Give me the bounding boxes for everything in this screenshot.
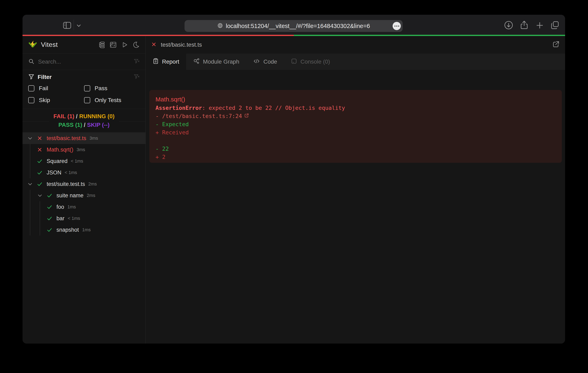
open-file-name: test/basic.test.ts: [161, 41, 202, 48]
tree-item-time: < 1ms: [68, 216, 80, 221]
checkbox[interactable]: [84, 97, 90, 103]
run-all-icon[interactable]: [121, 41, 128, 49]
tree-item-time: 1ms: [67, 204, 76, 210]
tree-item-label: foo: [56, 204, 64, 210]
browser-titlebar: localhost:51204/__vitest__/#/?file=16484…: [22, 15, 565, 36]
tree-row-test-foo[interactable]: foo 1ms: [22, 201, 146, 213]
test-tree: test/basic.test.ts 3ms Math.sqrt() 3ms: [22, 133, 146, 236]
tree-item-time: 3ms: [90, 135, 98, 141]
dashboard-icon[interactable]: [109, 41, 117, 49]
filter-checkbox-pass[interactable]: Pass: [84, 85, 140, 92]
tree-item-time: < 1ms: [71, 158, 83, 164]
test-summary: FAIL (1)/RUNNING (0) PASS (1)/SKIP (--): [22, 109, 146, 133]
clear-filter-icon[interactable]: [134, 74, 140, 81]
fail-x-icon: [37, 147, 47, 153]
checkbox[interactable]: [84, 85, 90, 91]
tree-row-file-basic[interactable]: test/basic.test.ts 3ms: [22, 133, 146, 144]
filter-checkbox-only-tests[interactable]: Only Tests: [84, 97, 140, 104]
sidebar-toggle-icon[interactable]: [63, 21, 72, 31]
diff-received-label: + Received: [156, 128, 556, 137]
share-icon[interactable]: [519, 20, 529, 31]
tree-row-test-snapshot[interactable]: snapshot 1ms: [22, 224, 146, 236]
pass-check-icon: [37, 181, 47, 187]
tree-indent-guide: [40, 201, 40, 236]
report-icon: [153, 58, 159, 66]
fail-x-icon: [37, 135, 47, 141]
dark-mode-icon[interactable]: [132, 41, 140, 49]
chevron-down-icon[interactable]: [27, 181, 37, 187]
pass-check-icon: [37, 170, 47, 176]
tab-code[interactable]: Code: [246, 53, 284, 70]
checkbox-label: Only Tests: [95, 97, 121, 104]
pass-check-icon: [37, 158, 47, 164]
tree-view-icon[interactable]: [98, 41, 105, 49]
chevron-down-icon[interactable]: [27, 135, 37, 141]
tab-module-graph[interactable]: Module Graph: [186, 53, 246, 70]
search-input[interactable]: [38, 59, 134, 65]
tree-item-time: 2ms: [88, 181, 97, 187]
diff-received-value: + 2: [156, 153, 556, 161]
code-icon: [253, 58, 260, 66]
chevron-down-icon[interactable]: [37, 192, 47, 198]
tab-label: Console (0): [300, 59, 330, 65]
tree-item-time: < 1ms: [65, 170, 77, 175]
checkbox[interactable]: [28, 97, 34, 103]
external-link-icon[interactable]: [244, 112, 249, 120]
filter-checkbox-skip[interactable]: Skip: [28, 97, 84, 104]
tree-row-test-bar[interactable]: bar < 1ms: [22, 213, 146, 224]
external-link-icon[interactable]: [552, 41, 560, 49]
tree-item-time: 3ms: [77, 147, 85, 152]
assertion-error-line: AssertionError: expected 2 to be 22 // O…: [156, 104, 556, 112]
url-text: localhost:51204/__vitest__/#/?file=16484…: [226, 23, 370, 30]
filter-checkbox-fail[interactable]: Fail: [28, 85, 84, 92]
tree-item-label: JSON: [47, 169, 61, 176]
open-file-header: test/basic.test.ts: [146, 36, 565, 53]
checkbox-label: Pass: [95, 85, 107, 92]
summary-line-1: FAIL (1)/RUNNING (0): [53, 112, 115, 121]
chevron-down-icon[interactable]: [76, 23, 81, 29]
tree-item-label: Math.sqrt(): [47, 147, 74, 153]
pass-check-icon: [47, 193, 56, 198]
tree-item-label: test/basic.test.ts: [47, 135, 86, 142]
pass-check-icon: [47, 227, 56, 233]
tree-row-test-json[interactable]: JSON < 1ms: [22, 167, 146, 178]
tree-row-file-suite[interactable]: test/suite.test.ts 2ms: [22, 178, 146, 190]
view-tabs: Report Module Graph: [146, 53, 565, 70]
tab-label: Report: [162, 59, 179, 65]
screen: localhost:51204/__vitest__/#/?file=16484…: [0, 0, 588, 373]
diff-blank-line: [156, 137, 556, 145]
tab-label: Module Graph: [203, 59, 239, 65]
tree-item-label: test/suite.test.ts: [47, 181, 85, 187]
filter-section: Filter Fail: [22, 70, 146, 109]
sidebar: Vitest: [22, 36, 146, 343]
tree-indent-guide: [30, 144, 30, 178]
tree-row-suite-name[interactable]: suite name 2ms: [22, 190, 146, 201]
new-tab-icon[interactable]: [535, 21, 544, 31]
checkbox[interactable]: [28, 85, 34, 91]
tab-report[interactable]: Report: [146, 53, 186, 70]
page-settings-button[interactable]: [393, 22, 401, 30]
clear-search-filter-icon[interactable]: [134, 58, 140, 65]
search-bar: [22, 53, 146, 70]
checkbox-label: Fail: [39, 85, 48, 92]
browser-window: localhost:51204/__vitest__/#/?file=16484…: [22, 15, 565, 343]
error-report-panel: Math.sqrt() AssertionError: expected 2 t…: [149, 90, 562, 163]
tree-row-test-math-sqrt[interactable]: Math.sqrt() 3ms: [22, 144, 146, 155]
summary-line-2: PASS (1)/SKIP (--): [53, 121, 115, 129]
sidebar-header: Vitest: [22, 36, 146, 53]
tab-console[interactable]: Console (0): [284, 53, 337, 70]
tab-overview-icon[interactable]: [550, 21, 560, 31]
filter-title: Filter: [38, 74, 52, 80]
tree-item-label: bar: [56, 215, 64, 222]
fail-x-icon: [151, 41, 157, 48]
tree-item-time: 1ms: [82, 227, 91, 232]
module-graph-icon: [193, 58, 200, 66]
download-icon[interactable]: [504, 21, 513, 31]
address-bar[interactable]: localhost:51204/__vitest__/#/?file=16484…: [185, 20, 403, 32]
stack-trace-line[interactable]: - /test/basic.test.ts:7:24: [156, 112, 556, 120]
app-title: Vitest: [41, 41, 58, 49]
tab-label: Code: [263, 59, 277, 65]
diff-expected-value: - 22: [156, 145, 556, 153]
failed-test-title: Math.sqrt(): [156, 95, 556, 104]
tree-row-test-squared[interactable]: Squared < 1ms: [22, 155, 146, 167]
